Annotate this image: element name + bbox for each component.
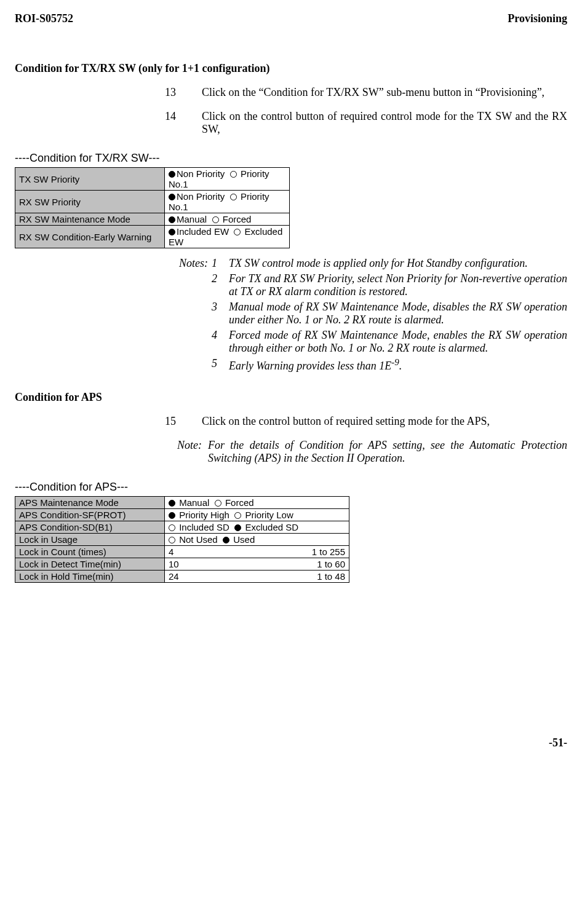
option-label: Forced bbox=[223, 214, 252, 224]
row-value: 4 bbox=[165, 546, 290, 558]
step-13: 13 Click on the “Condition for TX/RX SW”… bbox=[165, 86, 567, 99]
radio-empty-icon[interactable] bbox=[230, 194, 237, 200]
table-row: APS Condition-SD(B1) Included SD Exclude… bbox=[15, 521, 349, 534]
row-value: Priority High Priority Low bbox=[165, 509, 349, 521]
radio-filled-icon[interactable] bbox=[169, 500, 175, 507]
row-label: Lock in Detect Time(min) bbox=[15, 558, 165, 571]
row-label: RX SW Maintenance Mode bbox=[15, 213, 165, 226]
row-value: Manual Forced bbox=[165, 497, 349, 509]
note-row: 3 Manual mode of RX SW Maintenance Mode,… bbox=[165, 301, 567, 326]
table-row: Lock in Count (times) 4 1 to 255 bbox=[15, 546, 349, 558]
note-num: 3 bbox=[212, 301, 229, 326]
radio-filled-icon[interactable] bbox=[169, 229, 175, 235]
option-label: Non Priority bbox=[177, 168, 225, 179]
panel-title-aps: ----Condition for APS--- bbox=[15, 481, 567, 494]
step-text: Click on the control button of required … bbox=[202, 415, 567, 428]
radio-filled-icon[interactable] bbox=[169, 171, 175, 178]
row-value: 24 bbox=[165, 571, 290, 583]
row-value: Included EW Excluded EW bbox=[165, 226, 290, 248]
row-label: RX SW Priority bbox=[15, 191, 165, 213]
step-number: 14 bbox=[165, 110, 202, 136]
note-row: 5 Early Warning provides less than 1E-9. bbox=[165, 357, 567, 373]
step-text: Click on the “Condition for TX/RX SW” su… bbox=[202, 86, 567, 99]
table-row: APS Maintenance Mode Manual Forced bbox=[15, 497, 349, 509]
radio-empty-icon[interactable] bbox=[169, 537, 175, 543]
note-row: 4 Forced mode of RX SW Maintenance Mode,… bbox=[165, 329, 567, 355]
row-value: Non Priority Priority No.1 bbox=[165, 191, 290, 213]
row-label: Lock in Count (times) bbox=[15, 546, 165, 558]
note-num: 5 bbox=[212, 357, 229, 373]
notes-block: Notes: 1 TX SW control mode is applied o… bbox=[165, 257, 567, 373]
option-label: Excluded SD bbox=[245, 522, 298, 532]
note-row: Notes: 1 TX SW control mode is applied o… bbox=[165, 257, 567, 270]
row-range: 1 to 255 bbox=[289, 546, 349, 558]
row-value: Manual Forced bbox=[165, 213, 290, 226]
radio-empty-icon[interactable] bbox=[234, 512, 241, 519]
page-number: -51- bbox=[15, 736, 567, 749]
radio-filled-icon[interactable] bbox=[169, 194, 175, 200]
note-row: Note: For the details of Condition for A… bbox=[165, 439, 567, 465]
row-label: APS Condition-SF(PROT) bbox=[15, 509, 165, 521]
row-label: APS Maintenance Mode bbox=[15, 497, 165, 509]
aps-table: APS Maintenance Mode Manual Forced APS C… bbox=[15, 496, 349, 583]
radio-filled-icon[interactable] bbox=[234, 524, 241, 531]
option-label: Included EW bbox=[177, 226, 229, 237]
note-text: Forced mode of RX SW Maintenance Mode, e… bbox=[229, 329, 567, 355]
table-row: RX SW Condition-Early Warning Included E… bbox=[15, 226, 290, 248]
radio-empty-icon[interactable] bbox=[212, 216, 219, 223]
row-value: Included SD Excluded SD bbox=[165, 521, 349, 534]
option-label: Used bbox=[233, 534, 255, 545]
panel-title-txrx: ----Condition for TX/RX SW--- bbox=[15, 152, 567, 165]
section-title-aps: Condition for APS bbox=[15, 391, 567, 404]
note-text: Manual mode of RX SW Maintenance Mode, d… bbox=[229, 301, 567, 326]
txrx-table: TX SW Priority Non Priority Priority No.… bbox=[15, 167, 290, 248]
row-label: TX SW Priority bbox=[15, 168, 165, 191]
note-num: 1 bbox=[212, 257, 229, 270]
table-row: Lock in Usage Not Used Used bbox=[15, 534, 349, 546]
step-15: 15 Click on the control button of requir… bbox=[165, 415, 567, 428]
row-range: 1 to 48 bbox=[289, 571, 349, 583]
note-text: Early Warning provides less than 1E-9. bbox=[229, 357, 567, 373]
note-row: 2 For TX and RX SW Priority, select Non … bbox=[165, 272, 567, 298]
note-label: Note: bbox=[165, 439, 208, 465]
radio-filled-icon[interactable] bbox=[169, 512, 175, 519]
table-row: TX SW Priority Non Priority Priority No.… bbox=[15, 168, 290, 191]
step-14: 14 Click on the control button of requir… bbox=[165, 110, 567, 136]
radio-empty-icon[interactable] bbox=[169, 524, 175, 531]
row-value: 10 bbox=[165, 558, 290, 571]
header-left: ROI-S05752 bbox=[15, 12, 73, 25]
table-row: APS Condition-SF(PROT) Priority High Pri… bbox=[15, 509, 349, 521]
header-right: Provisioning bbox=[508, 12, 567, 25]
option-label: Manual bbox=[179, 497, 209, 508]
row-value: Not Used Used bbox=[165, 534, 349, 546]
radio-empty-icon[interactable] bbox=[215, 500, 221, 507]
row-label: RX SW Condition-Early Warning bbox=[15, 226, 165, 248]
step-text: Click on the control button of required … bbox=[202, 110, 567, 136]
row-range: 1 to 60 bbox=[289, 558, 349, 571]
notes-label: Notes: bbox=[165, 257, 212, 270]
note-num: 4 bbox=[212, 329, 229, 355]
option-label: Non Priority bbox=[177, 191, 225, 202]
radio-filled-icon[interactable] bbox=[223, 537, 229, 543]
radio-filled-icon[interactable] bbox=[169, 216, 175, 223]
table-row: Lock in Detect Time(min) 10 1 to 60 bbox=[15, 558, 349, 571]
radio-empty-icon[interactable] bbox=[230, 171, 237, 178]
radio-empty-icon[interactable] bbox=[234, 229, 241, 235]
row-label: APS Condition-SD(B1) bbox=[15, 521, 165, 534]
note-num: 2 bbox=[212, 272, 229, 298]
section-title-txrx: Condition for TX/RX SW (only for 1+1 con… bbox=[15, 62, 567, 75]
page-header: ROI-S05752 Provisioning bbox=[15, 12, 567, 25]
option-label: Manual bbox=[177, 214, 207, 224]
table-row: Lock in Hold Time(min) 24 1 to 48 bbox=[15, 571, 349, 583]
step-number: 13 bbox=[165, 86, 202, 99]
row-label: Lock in Hold Time(min) bbox=[15, 571, 165, 583]
note-text: TX SW control mode is applied only for H… bbox=[229, 257, 567, 270]
table-row: RX SW Maintenance Mode Manual Forced bbox=[15, 213, 290, 226]
option-label: Not Used bbox=[179, 534, 218, 545]
table-row: RX SW Priority Non Priority Priority No.… bbox=[15, 191, 290, 213]
option-label: Priority High bbox=[179, 510, 229, 520]
option-label: Included SD bbox=[179, 522, 229, 532]
row-value: Non Priority Priority No.1 bbox=[165, 168, 290, 191]
option-label: Priority Low bbox=[245, 510, 293, 520]
note-text: For TX and RX SW Priority, select Non Pr… bbox=[229, 272, 567, 298]
